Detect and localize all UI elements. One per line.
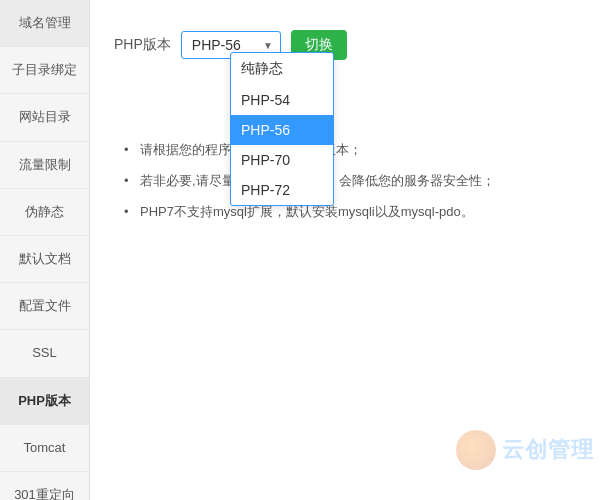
dropdown-item-php56[interactable]: PHP-56 bbox=[231, 115, 333, 145]
watermark-text: 云创管理 bbox=[502, 435, 594, 465]
sidebar-item-子目录绑定[interactable]: 子目录绑定 bbox=[0, 47, 89, 94]
php-version-row: PHP版本 纯静态PHP-54PHP-56PHP-70PHP-72 ▼ 切换 bbox=[114, 30, 590, 60]
sidebar: 域名管理子目录绑定网站目录流量限制伪静态默认文档配置文件SSLPHP版本Tomc… bbox=[0, 0, 90, 500]
sidebar-item-SSL[interactable]: SSL bbox=[0, 330, 89, 377]
info-item: 若非必要,请尽量不要选择旧版本，会降低您的服务器安全性； bbox=[124, 171, 580, 192]
sidebar-item-流量限制[interactable]: 流量限制 bbox=[0, 142, 89, 189]
php-version-label: PHP版本 bbox=[114, 36, 171, 54]
sidebar-item-域名管理[interactable]: 域名管理 bbox=[0, 0, 89, 47]
sidebar-item-伪静态[interactable]: 伪静态 bbox=[0, 189, 89, 236]
sidebar-item-网站目录[interactable]: 网站目录 bbox=[0, 94, 89, 141]
sidebar-item-Tomcat[interactable]: Tomcat bbox=[0, 425, 89, 472]
sidebar-item-301重定向[interactable]: 301重定向 bbox=[0, 472, 89, 500]
sidebar-item-配置文件[interactable]: 配置文件 bbox=[0, 283, 89, 330]
dropdown-item-php54[interactable]: PHP-54 bbox=[231, 85, 333, 115]
dropdown-item-php70[interactable]: PHP-70 bbox=[231, 145, 333, 175]
watermark-logo bbox=[456, 430, 496, 470]
info-list: 请根据您的程序选择合适的PHP版本；若非必要,请尽量不要选择旧版本，会降低您的服… bbox=[114, 140, 590, 222]
info-item: PHP7不支持mysql扩展，默认安装mysqli以及mysql-pdo。 bbox=[124, 202, 580, 223]
info-item: 请根据您的程序选择合适的PHP版本； bbox=[124, 140, 580, 161]
dropdown-item-pure_static[interactable]: 纯静态 bbox=[231, 53, 333, 85]
dropdown-item-php72[interactable]: PHP-72 bbox=[231, 175, 333, 205]
sidebar-item-默认文档[interactable]: 默认文档 bbox=[0, 236, 89, 283]
sidebar-item-PHP版本[interactable]: PHP版本 bbox=[0, 378, 89, 425]
main-content: PHP版本 纯静态PHP-54PHP-56PHP-70PHP-72 ▼ 切换 纯… bbox=[90, 0, 614, 500]
php-dropdown: 纯静态PHP-54PHP-56PHP-70PHP-72 bbox=[230, 52, 334, 206]
watermark: 云创管理 bbox=[456, 430, 594, 470]
